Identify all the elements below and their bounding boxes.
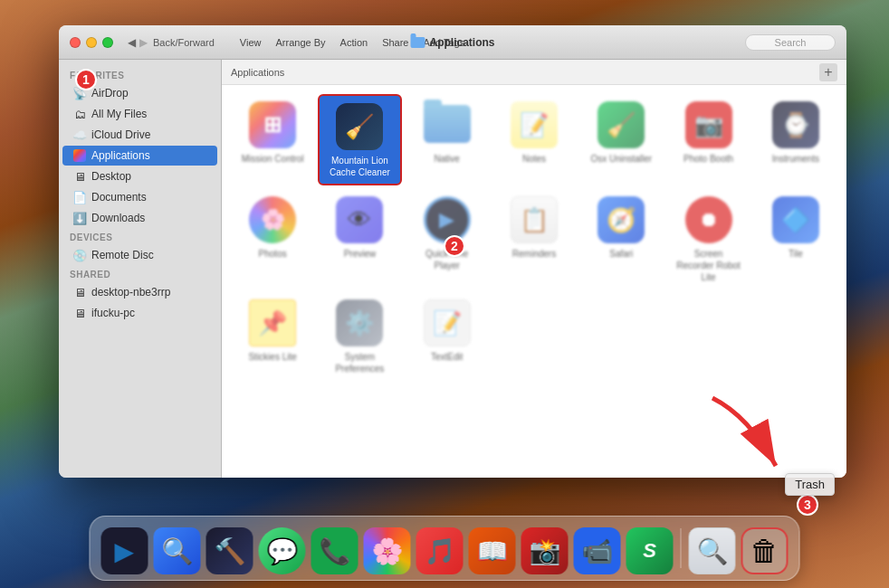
quicktime-dock-icon: ▶ (115, 536, 135, 566)
file-item-reminders[interactable]: 📋 Reminders (492, 189, 576, 289)
dock-item-music[interactable]: 🎵 (416, 527, 464, 574)
file-item-texteditor[interactable]: 📝 TextEdit (406, 292, 489, 380)
file-item-tile[interactable]: 🔷 Tile (754, 189, 837, 289)
sidebar-item-icloud[interactable]: ☁️ iCloud Drive (62, 125, 217, 145)
step-1-indicator: 1 (75, 69, 97, 90)
applications-label: Applications (91, 149, 150, 162)
file-item-mission-control[interactable]: ⊞ Mission Control (231, 94, 314, 185)
photos-dock-icon: 🌸 (371, 536, 403, 566)
quicktime-icon: ▶ (424, 196, 471, 243)
dock-divider (681, 528, 682, 568)
dock-item-zoom[interactable]: 📹 (574, 527, 621, 574)
sidebar-item-desktop[interactable]: 🖥 Desktop (62, 166, 217, 186)
maximize-button[interactable] (102, 37, 113, 48)
dock: ▶ 🔍 🔨 💬 📞 🌸 🎵 📖 📸 📹 S 🔍 🗑 (90, 516, 800, 581)
close-button[interactable] (70, 37, 81, 48)
sidebar: Favorites 📡 AirDrop 🗂 All My Files ☁️ iC… (59, 60, 222, 478)
sketchup-dock-icon: S (643, 539, 656, 563)
search-box[interactable]: Search (745, 34, 836, 51)
file-item-notes[interactable]: 📝 Notes (492, 94, 576, 185)
desktop-label: Desktop (91, 170, 131, 183)
dock-item-messages[interactable]: 💬 (259, 527, 306, 574)
file-item-stickies[interactable]: 📌 Stickies Lite (231, 292, 314, 380)
sidebar-item-applications[interactable]: Applications (62, 146, 217, 166)
dock-item-sketchup[interactable]: S (626, 527, 674, 574)
sidebar-item-ifucku[interactable]: 🖥 ifucku-pc (62, 303, 217, 323)
step-3-indicator: 3 (797, 494, 818, 516)
photos-icon: 🌸 (249, 196, 296, 243)
texteditor-label: TextEdit (431, 351, 464, 363)
nav-label: Back/Forward (153, 37, 215, 48)
system-prefs-label: System Preferences (327, 351, 392, 375)
file-item-safari[interactable]: 🧭 Safari (579, 189, 663, 289)
mountain-lion-icon: 🧹 (336, 103, 383, 150)
dock-item-facetime[interactable]: 📞 (311, 527, 358, 574)
sidebar-item-downloads[interactable]: ⬇️ Downloads (62, 208, 217, 228)
facetime-dock-icon: 📞 (319, 536, 350, 566)
system-prefs-icon-wrapper: ⚙️ (334, 298, 385, 348)
back-button[interactable]: ◀ (128, 36, 136, 49)
preview-icon: 👁 (336, 196, 383, 243)
back-forward-nav[interactable]: ◀ ▶ Back/Forward (128, 36, 215, 49)
remote-disc-label: Remote Disc (91, 249, 154, 261)
file-item-native[interactable]: Native (406, 94, 489, 185)
stickies-icon: 📌 (249, 299, 296, 346)
photos-label: Photos (259, 248, 287, 260)
native-folder-icon (424, 105, 471, 145)
title-bar: ◀ ▶ Back/Forward View Arrange By Action … (59, 25, 846, 60)
sidebar-item-desktop-nbe[interactable]: 🖥 desktop-nbe3rrp (62, 282, 217, 302)
mission-control-icon: ⊞ (249, 101, 296, 148)
music-dock-icon: 🎵 (424, 536, 455, 566)
all-my-files-label: All My Files (91, 108, 147, 120)
dock-item-image-capture[interactable]: 🔍 (154, 527, 201, 574)
sidebar-item-remote-disc[interactable]: 💿 Remote Disc (62, 245, 217, 265)
file-item-photo-booth[interactable]: 📷 Photo Booth (666, 94, 750, 185)
xcode-dock-icon: 🔨 (214, 536, 245, 566)
preview-icon-wrapper: 👁 (334, 194, 385, 245)
minimize-button[interactable] (86, 37, 97, 48)
tile-label: Tile (789, 248, 803, 260)
share-action[interactable]: Share (382, 37, 408, 48)
dock-item-photo-booth-dock[interactable]: 📸 (521, 527, 569, 574)
add-button[interactable]: + (819, 63, 837, 81)
photo-booth-icon: 📷 (685, 101, 732, 148)
file-item-instruments[interactable]: ⌚ Instruments (754, 94, 837, 185)
forward-button[interactable]: ▶ (139, 36, 148, 49)
photo-booth-icon-wrapper: 📷 (683, 100, 734, 150)
dock-item-xcode[interactable]: 🔨 (206, 527, 253, 574)
icloud-icon: ☁️ (73, 128, 86, 141)
stickies-label: Stickies Lite (248, 351, 296, 363)
native-label: Native (435, 153, 460, 165)
screen-recorder-icon-wrapper: ⏺ (683, 194, 734, 245)
sidebar-item-documents[interactable]: 📄 Documents (62, 187, 217, 207)
file-item-preview[interactable]: 👁 Preview (318, 189, 401, 289)
arrange-by-action[interactable]: Arrange By (276, 37, 326, 48)
mission-control-label: Mission Control (242, 153, 304, 165)
sidebar-item-all-my-files[interactable]: 🗂 All My Files (62, 104, 217, 124)
file-item-system-prefs[interactable]: ⚙️ System Preferences (318, 292, 401, 380)
mountain-lion-label: Mountain Lion Cache Cleaner (327, 155, 392, 178)
notes-icon: 📝 (511, 101, 558, 148)
applications-icon (73, 149, 86, 162)
photo-booth-dock-icon: 📸 (529, 536, 560, 566)
dock-item-photos[interactable]: 🌸 (364, 527, 411, 574)
file-item-osx-uninstaller[interactable]: 🧹 Osx Uninstaller (579, 94, 663, 185)
action-action[interactable]: Action (340, 37, 368, 48)
dock-item-trash[interactable]: 🗑 (741, 527, 789, 574)
dock-item-quicktime[interactable]: ▶ (101, 527, 148, 574)
file-item-photos[interactable]: 🌸 Photos (231, 189, 314, 289)
safari-icon-wrapper: 🧭 (596, 194, 646, 245)
dock-item-books[interactable]: 📖 (469, 527, 516, 574)
instruments-icon-wrapper: ⌚ (770, 100, 821, 150)
devices-label: Devices (59, 229, 221, 244)
instruments-icon: ⌚ (772, 101, 819, 148)
file-item-mountain-lion[interactable]: 🧹 Mountain Lion Cache Cleaner (318, 94, 401, 185)
messages-dock-icon: 💬 (266, 536, 298, 566)
remote-disc-icon: 💿 (73, 249, 86, 261)
dock-item-finder[interactable]: 🔍 (689, 527, 736, 574)
texteditor-icon: 📝 (424, 299, 471, 346)
view-action[interactable]: View (240, 37, 262, 48)
zoom-dock-icon: 📹 (581, 536, 613, 566)
file-item-screen-recorder[interactable]: ⏺ Screen Recorder Robot Lite (666, 189, 750, 289)
tile-icon-wrapper: 🔷 (770, 194, 821, 245)
